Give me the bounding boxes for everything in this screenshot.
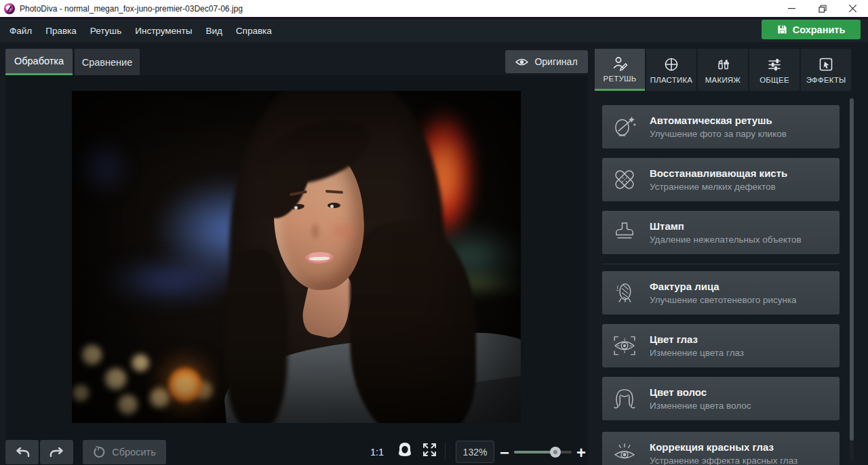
tool-eye-color[interactable]: Цвет глаз Изменение цвета глаз	[602, 324, 840, 367]
healing-brush-icon	[610, 165, 639, 194]
tool-subtitle: Улучшение фото за пару кликов	[650, 129, 787, 139]
effects-icon	[818, 56, 834, 73]
tool-subtitle: Устранение эффекта красных глаз	[650, 456, 797, 465]
undo-button[interactable]	[5, 440, 39, 464]
redo-button[interactable]	[40, 440, 73, 464]
menu-help[interactable]: Справка	[236, 26, 272, 36]
general-settings-icon	[766, 56, 783, 73]
right-panel: РЕТУШЬ ПЛАСТИКА МАКИЯЖ ОБЩЕЕ ЭФФЕКТЫ	[593, 42, 868, 465]
expand-icon	[422, 443, 437, 457]
title-bar: PhotoDiva - normal_megan_fox-juno-premie…	[0, 0, 868, 17]
stamp-icon	[610, 218, 639, 247]
retouch-icon	[612, 55, 628, 71]
panel-tab-retouch[interactable]: РЕТУШЬ	[595, 49, 645, 91]
reset-button-label: Сбросить	[112, 447, 155, 458]
red-eye-icon	[610, 439, 639, 465]
plastic-icon	[663, 56, 679, 73]
panel-tab-plastic[interactable]: ПЛАСТИКА	[646, 49, 696, 91]
reset-button[interactable]: Сбросить	[83, 440, 166, 464]
auto-retouch-icon	[610, 113, 639, 141]
tool-subtitle: Изменение цвета глаз	[650, 348, 744, 358]
image-viewer[interactable]: Сбросить 1:1 132% − +	[5, 75, 588, 465]
tool-title: Цвет глаз	[650, 333, 744, 345]
tool-title: Восстанавливающая кисть	[650, 167, 787, 179]
minimize-button[interactable]	[776, 0, 807, 17]
tool-subtitle: Изменение цвета волос	[650, 401, 751, 411]
original-button[interactable]: Оригинал	[505, 50, 588, 73]
photo-canvas[interactable]	[72, 91, 521, 423]
tool-auto-retouch[interactable]: Автоматическая ретушь Улучшение фото за …	[602, 105, 840, 148]
close-button[interactable]	[837, 0, 868, 17]
tool-red-eye-correction[interactable]: Коррекция красных глаз Устранение эффект…	[602, 432, 840, 465]
floppy-disk-icon	[777, 24, 787, 35]
tab-comparison-label: Сравнение	[82, 57, 133, 68]
tool-hair-color[interactable]: Цвет волос Изменение цвета волос	[602, 377, 840, 420]
photo-vignette	[72, 91, 521, 423]
tool-subtitle: Улучшение светотеневого рисунка	[650, 295, 797, 305]
zoom-out-button[interactable]: −	[500, 447, 509, 459]
menu-view[interactable]: Вид	[205, 26, 222, 36]
tab-comparison[interactable]: Сравнение	[75, 49, 140, 75]
reset-icon	[93, 446, 105, 458]
redo-icon	[48, 446, 66, 458]
tool-title: Коррекция красных глаз	[650, 441, 797, 453]
fit-to-face-button[interactable]	[397, 442, 412, 460]
portrait-icon	[397, 442, 412, 457]
makeup-icon	[715, 56, 731, 73]
panel-tab-effects[interactable]: ЭФФЕКТЫ	[801, 49, 851, 91]
tool-title: Автоматическая ретушь	[650, 115, 787, 126]
tool-subtitle: Устранение мелких дефектов	[650, 182, 787, 192]
hair-color-icon	[610, 384, 639, 413]
tab-processing-label: Обработка	[14, 56, 64, 66]
face-texture-icon	[610, 279, 639, 307]
panel-tab-effects-label: ЭФФЕКТЫ	[806, 76, 846, 84]
zoom-ratio-label[interactable]: 1:1	[370, 447, 384, 458]
save-button[interactable]: Сохранить	[762, 20, 861, 39]
original-button-label: Оригинал	[534, 56, 577, 67]
zoom-slider-thumb[interactable]	[550, 447, 561, 458]
panel-tab-general[interactable]: ОБЩЕЕ	[749, 49, 800, 91]
menu-bar: Файл Правка Ретушь Инструменты Вид Справ…	[0, 19, 868, 42]
tool-title: Фактура лица	[650, 281, 797, 292]
tool-stamp[interactable]: Штамп Удаление нежелательных объектов	[602, 211, 840, 254]
bottom-bar-divider	[445, 443, 446, 460]
photodiva-logo-icon	[4, 3, 15, 14]
panel-tab-plastic-label: ПЛАСТИКА	[650, 76, 692, 84]
tool-list-divider	[602, 264, 840, 264]
panel-tab-retouch-label: РЕТУШЬ	[604, 75, 637, 83]
window-controls	[776, 0, 868, 17]
panel-tab-makeup-label: МАКИЯЖ	[705, 76, 741, 84]
zoom-value-field[interactable]: 132%	[456, 441, 494, 463]
tool-title: Штамп	[650, 220, 802, 232]
restore-button[interactable]	[807, 0, 837, 17]
zoom-slider-fill	[514, 451, 555, 453]
zoom-slider[interactable]	[514, 451, 572, 453]
fit-to-screen-button[interactable]	[422, 443, 437, 460]
eye-color-icon	[610, 331, 639, 360]
menu-retouch[interactable]: Ретушь	[90, 26, 121, 36]
tool-title: Цвет волос	[650, 386, 751, 398]
panel-scrollbar-thumb[interactable]	[850, 98, 854, 441]
panel-tab-makeup[interactable]: МАКИЯЖ	[698, 49, 748, 91]
tool-healing-brush[interactable]: Восстанавливающая кисть Устранение мелки…	[602, 158, 840, 201]
tab-processing[interactable]: Обработка	[5, 49, 73, 75]
panel-tab-general-label: ОБЩЕЕ	[760, 76, 789, 84]
window-title: PhotoDiva - normal_megan_fox-juno-premie…	[20, 4, 243, 14]
menu-file[interactable]: Файл	[9, 26, 32, 36]
menu-tools[interactable]: Инструменты	[135, 26, 192, 36]
undo-icon	[14, 446, 31, 458]
eye-icon	[515, 58, 528, 66]
save-button-label: Сохранить	[793, 24, 846, 35]
tool-subtitle: Удаление нежелательных объектов	[650, 235, 802, 245]
menu-edit[interactable]: Правка	[45, 26, 77, 36]
tool-face-texture[interactable]: Фактура лица Улучшение светотеневого рис…	[602, 271, 840, 315]
zoom-in-button[interactable]: +	[576, 447, 586, 459]
